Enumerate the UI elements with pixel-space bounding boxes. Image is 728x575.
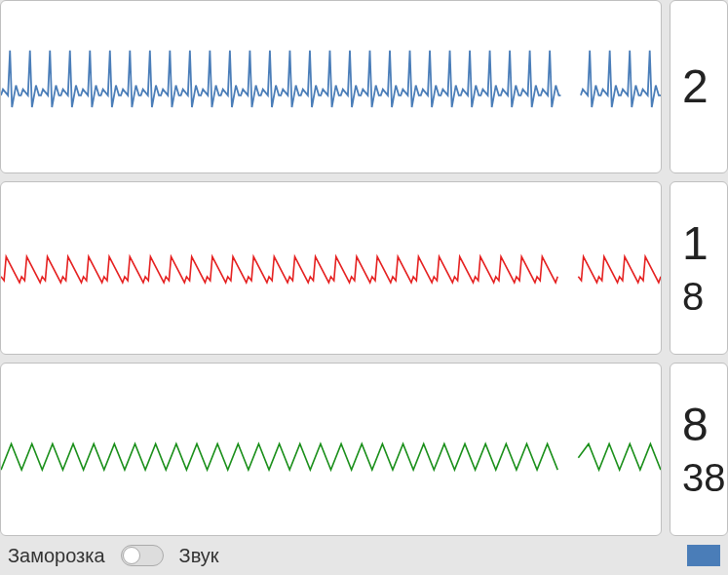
pleth-value: 1 bbox=[682, 218, 709, 270]
ecg-value-panel: 2 bbox=[670, 0, 728, 173]
row-ecg: 2 bbox=[0, 0, 728, 173]
ecg-waveform bbox=[1, 1, 661, 172]
monitor-container: 2 1 8 8 38 Заморозка Звук bbox=[0, 0, 728, 575]
pleth-trace bbox=[1, 256, 661, 283]
pleth-value-panel: 1 8 bbox=[670, 181, 728, 355]
color-chip[interactable] bbox=[687, 545, 720, 566]
sound-toggle[interactable] bbox=[121, 545, 164, 566]
ecg-waveform-panel bbox=[0, 0, 662, 173]
resp-value: 8 bbox=[682, 400, 709, 451]
ecg-trace bbox=[1, 51, 661, 107]
waveform-rows: 2 1 8 8 38 bbox=[0, 0, 728, 536]
resp-value-panel: 8 38 bbox=[670, 363, 728, 536]
pleth-waveform bbox=[1, 182, 661, 354]
ecg-value: 2 bbox=[682, 61, 709, 113]
resp-trace bbox=[1, 443, 661, 470]
resp-waveform bbox=[1, 364, 661, 535]
sound-label: Звук bbox=[179, 545, 219, 567]
row-pleth: 1 8 bbox=[0, 181, 728, 355]
toggle-knob-icon bbox=[123, 547, 140, 564]
row-resp: 8 38 bbox=[0, 363, 728, 536]
resp-sub-value: 38 bbox=[682, 456, 726, 499]
freeze-label: Заморозка bbox=[8, 545, 105, 567]
bottom-toolbar: Заморозка Звук bbox=[0, 536, 728, 575]
pleth-sub-value: 8 bbox=[682, 275, 704, 318]
pleth-waveform-panel bbox=[0, 181, 662, 355]
resp-waveform-panel bbox=[0, 363, 662, 536]
